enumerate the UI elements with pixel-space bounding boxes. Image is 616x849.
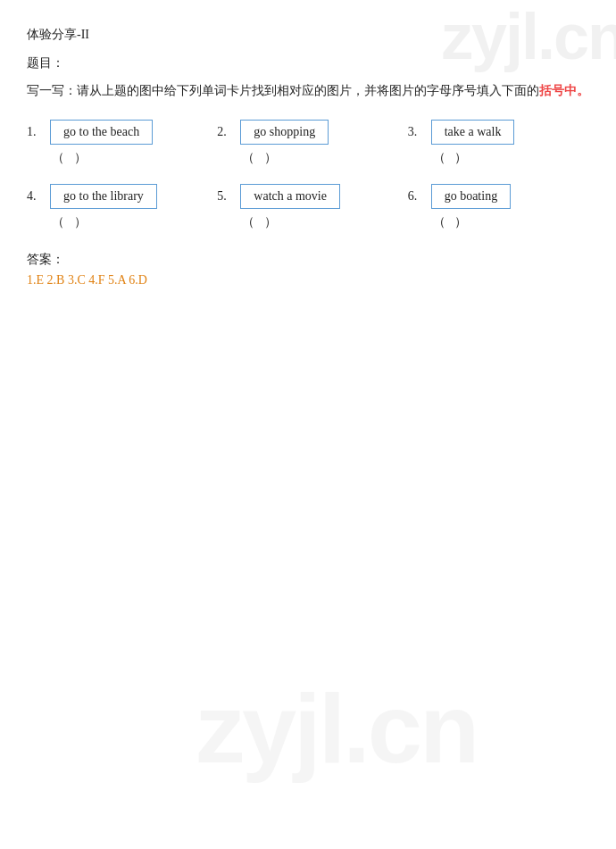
instruction-text: 写一写：请从上题的图中给下列单词卡片找到相对应的图片，并将图片的字母序号填入下面… (27, 80, 589, 102)
title-section: 体验分享-II (27, 27, 589, 43)
word-card-6: go boating (431, 184, 512, 209)
blank-close-6: ） (454, 215, 467, 229)
blank-open-4: （ (52, 215, 64, 229)
item-number-5: 5. (217, 189, 233, 204)
word-card-3: take a walk (431, 120, 515, 145)
blank-close-4: ） (74, 215, 87, 229)
item-cell-2: 2. go shopping （ ） (217, 120, 398, 166)
blank-close-5: ） (264, 215, 277, 229)
blank-close-3: ） (454, 151, 467, 164)
item-cell-1: 1. go to the beach （ ） (27, 120, 208, 166)
blank-open-2: （ (242, 151, 254, 164)
page-content: 体验分享-II 题目： 写一写：请从上题的图中给下列单词卡片找到相对应的图片，并… (0, 0, 616, 314)
item-number-3: 3. (408, 125, 424, 139)
word-card-5: watch a movie (240, 184, 340, 209)
item-cell-5: 5. watch a movie （ ） (217, 184, 398, 230)
word-card-1: go to the beach (50, 120, 153, 145)
item-row-2: 2. go shopping (217, 120, 329, 145)
item-row-6: 6. go boating (408, 184, 512, 209)
page-title: 体验分享-II (27, 28, 89, 41)
answer-blank-4: （ ） (52, 214, 87, 230)
items-grid: 1. go to the beach （ ） 2. go shopping （ … (27, 120, 589, 230)
word-card-4: go to the library (50, 184, 157, 209)
subject-label: 题目： (27, 55, 589, 71)
answer-blank-3: （ ） (433, 150, 468, 166)
answer-blank-5: （ ） (242, 214, 277, 230)
blank-close-1: ） (74, 151, 87, 164)
item-row-1: 1. go to the beach (27, 120, 153, 145)
answers-text: 1.E 2.B 3.C 4.F 5.A 6.D (27, 273, 589, 287)
item-number-4: 4. (27, 189, 43, 204)
word-card-2: go shopping (240, 120, 329, 145)
answers-label: 答案： (27, 252, 589, 268)
item-cell-4: 4. go to the library （ ） (27, 184, 208, 230)
blank-open-3: （ (433, 151, 445, 164)
blank-open-6: （ (433, 215, 445, 229)
item-cell-6: 6. go boating （ ） (408, 184, 589, 230)
blank-open-1: （ (52, 151, 64, 164)
item-number-2: 2. (217, 125, 233, 139)
instruction-highlight: 括号中。 (539, 84, 589, 97)
item-row-3: 3. take a walk (408, 120, 515, 145)
watermark-bottom: zyjl.cn (196, 679, 477, 778)
item-row-5: 5. watch a movie (217, 184, 340, 209)
item-row-4: 4. go to the library (27, 184, 157, 209)
answer-blank-2: （ ） (242, 150, 277, 166)
subject-label-text: 题目： (27, 56, 64, 70)
answer-blank-6: （ ） (433, 214, 468, 230)
answers-section: 答案： 1.E 2.B 3.C 4.F 5.A 6.D (27, 252, 589, 287)
item-number-6: 6. (408, 189, 424, 204)
item-cell-3: 3. take a walk （ ） (408, 120, 589, 166)
blank-close-2: ） (264, 151, 277, 164)
blank-open-5: （ (242, 215, 254, 229)
item-number-1: 1. (27, 125, 43, 139)
answer-blank-1: （ ） (52, 150, 87, 166)
